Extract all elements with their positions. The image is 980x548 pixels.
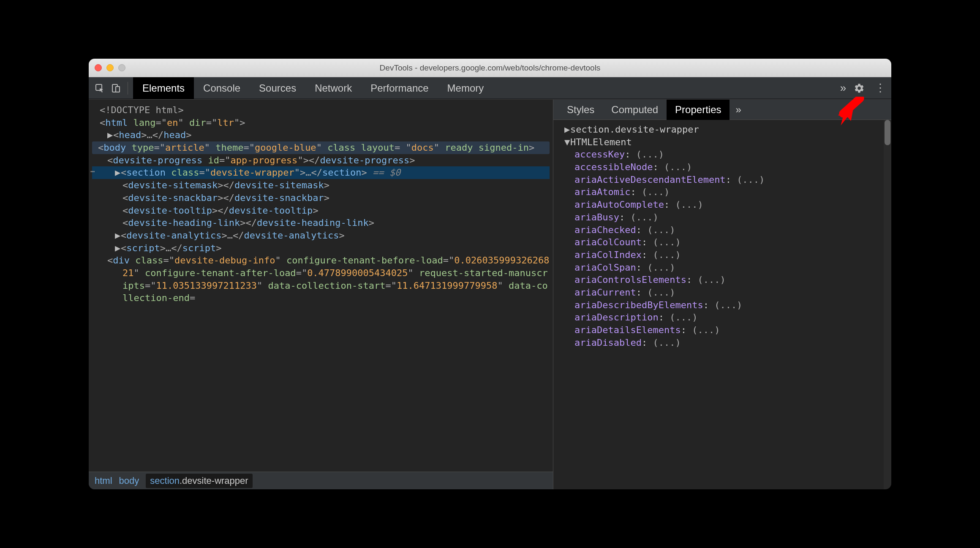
property-row[interactable]: ariaDetailsElements: (...) xyxy=(556,324,889,336)
dom-line-selected[interactable]: ▶<section class="devsite-wrapper">…</sec… xyxy=(92,166,550,179)
kebab-menu-icon[interactable]: ⋮ xyxy=(874,81,887,95)
dom-line[interactable]: ▶<head>…</head> xyxy=(92,129,550,141)
gutter-actions-icon[interactable]: ⋯ xyxy=(90,166,96,176)
main-tabs: ElementsConsoleSourcesNetworkPerformance… xyxy=(133,77,834,99)
breadcrumb-item[interactable]: section.devsite-wrapper xyxy=(146,474,252,488)
dom-line[interactable]: <devsite-tooltip></devsite-tooltip> xyxy=(92,204,550,217)
property-row[interactable]: ariaAutoComplete: (...) xyxy=(556,198,889,211)
breadcrumb: htmlbodysection.devsite-wrapper xyxy=(89,472,553,489)
dom-line[interactable]: <devsite-progress id="app-progress"></de… xyxy=(92,154,550,167)
property-row[interactable]: ariaCurrent: (...) xyxy=(556,286,889,299)
more-tabs-icon[interactable]: » xyxy=(836,81,850,95)
toolbar-separator xyxy=(128,82,128,95)
tab-sources[interactable]: Sources xyxy=(250,77,305,99)
property-row[interactable]: ariaDescription: (...) xyxy=(556,311,889,324)
svg-rect-2 xyxy=(116,87,120,92)
sidebar-tab-styles[interactable]: Styles xyxy=(558,100,603,120)
settings-icon[interactable] xyxy=(852,81,866,95)
property-row[interactable]: ariaColIndex: (...) xyxy=(556,249,889,261)
sidebar-more-tabs-icon[interactable]: » xyxy=(730,100,747,120)
scrollbar-thumb[interactable] xyxy=(885,120,890,145)
toolbar-right: ⋮ xyxy=(852,81,887,95)
dom-tree[interactable]: <!DOCTYPE html><html lang="en" dir="ltr"… xyxy=(89,100,553,472)
property-row[interactable]: ariaControlsElements: (...) xyxy=(556,274,889,286)
tab-network[interactable]: Network xyxy=(305,77,361,99)
property-row[interactable]: ariaActiveDescendantElement: (...) xyxy=(556,174,889,186)
property-row[interactable]: ▶ section.devsite-wrapper xyxy=(556,123,889,136)
inspect-icon[interactable] xyxy=(93,81,106,95)
property-row[interactable]: ariaColSpan: (...) xyxy=(556,261,889,274)
property-row[interactable]: ariaDescribedByElements: (...) xyxy=(556,299,889,312)
content-area: <!DOCTYPE html><html lang="en" dir="ltr"… xyxy=(89,99,891,489)
scrollbar[interactable] xyxy=(884,120,891,489)
property-row[interactable]: ariaChecked: (...) xyxy=(556,224,889,236)
device-toggle-icon[interactable] xyxy=(109,81,122,95)
tab-elements[interactable]: Elements xyxy=(133,77,194,99)
property-row[interactable]: ▼ HTMLElement xyxy=(556,136,889,149)
breadcrumb-item[interactable]: body xyxy=(119,475,139,486)
dom-line[interactable]: <html lang="en" dir="ltr"> xyxy=(92,117,550,129)
property-row[interactable]: ariaColCount: (...) xyxy=(556,236,889,249)
dom-line[interactable]: <devsite-heading-link></devsite-heading-… xyxy=(92,217,550,229)
dom-line[interactable]: <!DOCTYPE html> xyxy=(92,104,550,117)
dom-line[interactable]: ▼<body type="article" theme="google-blue… xyxy=(92,141,550,154)
tab-console[interactable]: Console xyxy=(194,77,250,99)
elements-panel: <!DOCTYPE html><html lang="en" dir="ltr"… xyxy=(89,100,553,489)
property-row[interactable]: ariaDisabled: (...) xyxy=(556,336,889,349)
sidebar-panel: StylesComputedProperties» ▶ section.devs… xyxy=(553,100,891,489)
dom-line[interactable]: <devsite-sitemask></devsite-sitemask> xyxy=(92,179,550,192)
tab-performance[interactable]: Performance xyxy=(361,77,438,99)
devtools-window: DevTools - developers.google.com/web/too… xyxy=(89,59,891,489)
dom-line[interactable]: <devsite-snackbar></devsite-snackbar> xyxy=(92,192,550,204)
main-toolbar: ElementsConsoleSourcesNetworkPerformance… xyxy=(89,77,891,99)
dom-line[interactable]: <div class="devsite-debug-info" configur… xyxy=(92,254,550,304)
sidebar-tabs: StylesComputedProperties» xyxy=(553,100,891,120)
property-row[interactable]: ariaAtomic: (...) xyxy=(556,186,889,198)
property-row[interactable]: ariaBusy: (...) xyxy=(556,211,889,224)
breadcrumb-item[interactable]: html xyxy=(95,475,112,486)
dom-line[interactable]: ▶<script>…</script> xyxy=(92,242,550,255)
tab-memory[interactable]: Memory xyxy=(438,77,493,99)
dom-line[interactable]: ▶<devsite-analytics>…</devsite-analytics… xyxy=(92,229,550,242)
sidebar-tab-computed[interactable]: Computed xyxy=(603,100,667,120)
sidebar-tab-properties[interactable]: Properties xyxy=(667,100,730,120)
property-row[interactable]: accessKey: (...) xyxy=(556,148,889,161)
window-title: DevTools - developers.google.com/web/too… xyxy=(89,63,891,73)
property-row[interactable]: accessibleNode: (...) xyxy=(556,161,889,174)
titlebar: DevTools - developers.google.com/web/too… xyxy=(89,59,891,77)
properties-pane[interactable]: ▶ section.devsite-wrapper ▼ HTMLElementa… xyxy=(553,120,891,489)
